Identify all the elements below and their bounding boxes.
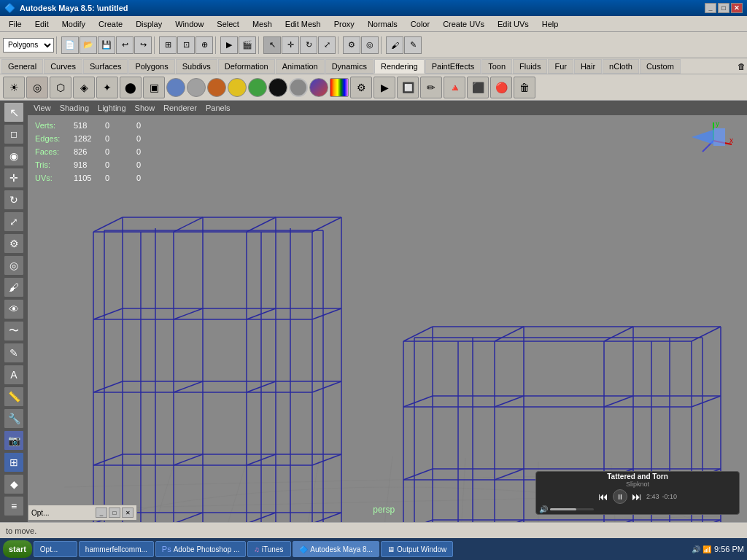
tab-ncloth[interactable]: nCloth <box>603 59 639 74</box>
shelf-icon-spot[interactable]: ◈ <box>73 77 95 98</box>
tab-fur[interactable]: Fur <box>548 59 573 74</box>
soft-mod-tool[interactable]: ◎ <box>4 255 24 276</box>
measure-tool[interactable]: 📏 <box>4 386 24 407</box>
tab-subdivs[interactable]: Subdivs <box>176 59 217 74</box>
vp-menu-show[interactable]: Show <box>132 104 158 112</box>
shelf-icon-vol[interactable]: ⬤ <box>120 77 142 98</box>
menu-create-uvs[interactable]: Create UVs <box>437 18 490 30</box>
menu-create[interactable]: Create <box>93 18 128 30</box>
grid-tool[interactable]: ⊞ <box>4 452 24 472</box>
snap-point-btn[interactable]: ⊕ <box>196 36 213 54</box>
shelf-icon-trash2[interactable]: 🗑 <box>514 77 535 98</box>
shelf-trash[interactable]: 🗑 <box>738 62 746 71</box>
menu-mesh[interactable]: Mesh <box>247 18 278 30</box>
shelf-icon-render6[interactable]: ⬛ <box>467 77 489 98</box>
vp-menu-view[interactable]: View <box>31 104 54 112</box>
menu-edit-uvs[interactable]: Edit UVs <box>492 18 535 30</box>
shelf-icon-ball3[interactable] <box>207 78 226 97</box>
shelf-icon-render1[interactable]: ⚙ <box>350 77 372 98</box>
scale-tool[interactable]: ⤢ <box>318 36 336 54</box>
shelf-icon-render4[interactable]: ✏ <box>420 77 442 98</box>
extras-tool[interactable]: ≡ <box>4 496 24 516</box>
shelf-icon-ball1[interactable] <box>166 78 185 97</box>
shelf-icon-rainbow[interactable] <box>330 78 349 97</box>
tab-fluids[interactable]: Fluids <box>513 59 547 74</box>
sculpt-tool-left[interactable]: 🖌 <box>4 277 24 298</box>
prev-btn[interactable]: ⏮ <box>598 491 608 502</box>
tab-toon[interactable]: Toon <box>481 59 512 74</box>
menu-color[interactable]: Color <box>405 18 436 30</box>
undo-btn[interactable]: ↩ <box>116 36 133 54</box>
snap-curve-btn[interactable]: ⊡ <box>177 36 195 54</box>
shelf-icon-sun[interactable]: ☀ <box>3 77 25 98</box>
dialog-close[interactable]: ✕ <box>122 508 133 518</box>
menu-edit[interactable]: Edit <box>29 18 55 30</box>
menu-help[interactable]: Help <box>536 18 565 30</box>
scale-tool-left[interactable]: ⤢ <box>4 211 24 232</box>
volume-bar[interactable] <box>550 508 594 510</box>
tab-animation[interactable]: Animation <box>276 59 325 74</box>
taskbar-item-opt[interactable]: Opt... <box>34 541 77 557</box>
menu-window[interactable]: Window <box>169 18 209 30</box>
paint-select-tool[interactable]: ◉ <box>4 146 24 166</box>
tab-polygons[interactable]: Polygons <box>128 59 174 74</box>
open-scene-btn[interactable]: 📂 <box>80 36 97 54</box>
attr-tool[interactable]: 🔧 <box>4 408 24 429</box>
shelf-icon-hex[interactable]: ⬡ <box>50 77 71 98</box>
move-tool-left[interactable]: ✛ <box>4 168 24 188</box>
shelf-icon-ball4[interactable] <box>228 78 247 97</box>
taskbar-item-maya[interactable]: 🔷 Autodesk Maya 8... <box>293 541 379 557</box>
shelf-icon-ball8[interactable] <box>309 78 328 97</box>
vp-menu-renderer[interactable]: Renderer <box>160 104 200 112</box>
tab-curves[interactable]: Curves <box>44 59 82 74</box>
vp-menu-panels[interactable]: Panels <box>203 104 233 112</box>
tab-surfaces[interactable]: Surfaces <box>83 59 128 74</box>
dialog-maximize[interactable]: □ <box>109 508 120 518</box>
menu-normals[interactable]: Normals <box>362 18 403 30</box>
dialog-minimize[interactable]: _ <box>96 508 107 518</box>
camera-tool[interactable]: 📷 <box>4 430 24 451</box>
vp-menu-lighting[interactable]: Lighting <box>95 104 129 112</box>
menu-display[interactable]: Display <box>130 18 168 30</box>
tab-deformation[interactable]: Deformation <box>218 59 275 74</box>
vp-menu-shading[interactable]: Shading <box>57 104 92 112</box>
taskbar-item-photoshop[interactable]: Ps Adobe Photoshop ... <box>155 541 246 557</box>
shelf-icon-ball2[interactable] <box>187 78 206 97</box>
menu-edit-mesh[interactable]: Edit Mesh <box>279 18 327 30</box>
taskbar-item-hammer[interactable]: hammerfellcomm... <box>79 541 154 557</box>
new-scene-btn[interactable]: 📄 <box>61 36 79 54</box>
ipr-btn[interactable]: 🎬 <box>239 36 256 54</box>
lasso-tool[interactable]: ◻ <box>4 124 24 144</box>
paint-weights[interactable]: 🖌 <box>386 36 403 54</box>
subd-tool[interactable]: ◆ <box>4 474 24 494</box>
mode-selector[interactable]: Polygons Surfaces Dynamics <box>3 38 54 52</box>
rotate-tool[interactable]: ↻ <box>300 36 317 54</box>
soft-select[interactable]: ◎ <box>361 36 379 54</box>
move-tool[interactable]: ✛ <box>282 36 299 54</box>
annotate-tool[interactable]: A <box>4 365 24 385</box>
rotate-tool-left[interactable]: ↻ <box>4 190 24 210</box>
shelf-icon-ball7[interactable] <box>289 78 308 97</box>
tab-custom[interactable]: Custom <box>640 59 681 74</box>
show-hide-tool[interactable]: 👁 <box>4 299 24 319</box>
play-pause-btn[interactable]: ⏸ <box>613 489 627 504</box>
shelf-icon-ambient[interactable]: ◎ <box>26 77 48 98</box>
shelf-icon-area[interactable]: ✦ <box>96 77 118 98</box>
select-tool-left[interactable]: ↖ <box>4 102 24 122</box>
minimize-button[interactable]: _ <box>705 3 716 13</box>
menu-file[interactable]: File <box>3 18 28 30</box>
viewport[interactable]: View Shading Lighting Show Renderer Pane… <box>28 101 747 522</box>
taskbar-item-output[interactable]: 🖥 Output Window <box>381 541 453 557</box>
menu-select[interactable]: Select <box>211 18 245 30</box>
redo-btn[interactable]: ↪ <box>134 36 152 54</box>
paint-tool[interactable]: ✎ <box>4 343 24 363</box>
tab-hair[interactable]: Hair <box>574 59 602 74</box>
sculpt-btn[interactable]: ✎ <box>404 36 422 54</box>
shelf-icon-ball5[interactable] <box>248 78 267 97</box>
shelf-icon-render5[interactable]: 🔺 <box>444 77 465 98</box>
maximize-button[interactable]: □ <box>718 3 729 13</box>
show-manipulator[interactable]: ⚙ <box>343 36 360 54</box>
next-btn[interactable]: ⏭ <box>632 491 642 502</box>
curve-tool[interactable]: 〜 <box>4 321 24 341</box>
manip-tool[interactable]: ⚙ <box>4 233 24 254</box>
